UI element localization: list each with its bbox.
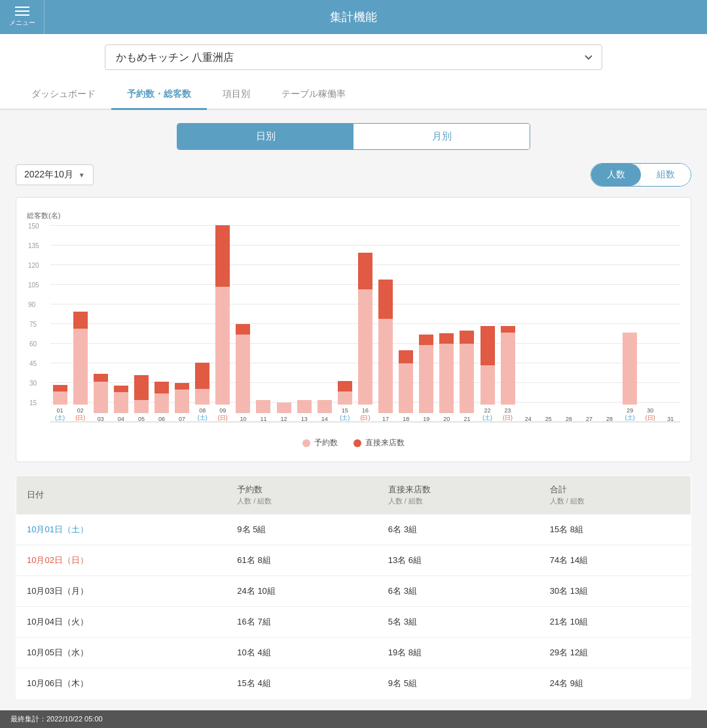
menu-button[interactable]: メニュー xyxy=(0,0,45,34)
cell-reservation: 16名 7組 xyxy=(227,607,377,638)
col-direct: 直接来店数 人数 / 組数 xyxy=(378,476,539,515)
bar-direct xyxy=(195,363,209,389)
bar-reservation xyxy=(236,335,250,413)
cell-reservation: 15名 4組 xyxy=(227,668,377,699)
table-row: 10月03日（月） 24名 10組 6名 3組 30名 13組 xyxy=(16,576,691,607)
cell-date: 10月02日（日） xyxy=(16,545,227,576)
bar-group: 17 xyxy=(376,280,395,422)
bar-direct xyxy=(419,335,433,345)
bar-reservation xyxy=(501,333,515,405)
monthly-toggle-button[interactable]: 月別 xyxy=(354,124,530,149)
bar-stack xyxy=(358,253,372,405)
bar-reservation xyxy=(460,344,474,413)
cell-date: 10月04日（火） xyxy=(16,607,227,638)
bar-day-label: 23 xyxy=(505,407,511,414)
cell-direct: 19名 8組 xyxy=(378,638,539,668)
footer: 最終集計：2022/10/22 05:00 xyxy=(0,710,707,712)
bar-stack xyxy=(134,375,149,413)
bar-dow-label: (日) xyxy=(645,414,655,422)
chart-container: 総客数(名) 150 135 120 105 90 75 60 45 30 15… xyxy=(16,197,691,462)
group-count-button[interactable]: 組数 xyxy=(641,164,691,186)
cell-reservation: 61名 8組 xyxy=(227,545,377,576)
bar-day-label: 11 xyxy=(260,416,266,422)
bar-day-label: 02 xyxy=(77,407,84,414)
tab-dashboard[interactable]: ダッシュボード xyxy=(16,81,111,110)
bar-direct xyxy=(94,374,108,382)
bar-direct xyxy=(134,375,149,400)
bar-group: 29(土) xyxy=(621,333,640,422)
bar-group: 18 xyxy=(397,350,416,422)
cell-date: 10月01日（土） xyxy=(16,515,227,545)
bar-direct xyxy=(501,326,515,333)
tab-reservations[interactable]: 予約数・総客数 xyxy=(111,81,207,110)
bar-group: 31 xyxy=(661,413,680,422)
bar-group: 22(土) xyxy=(478,326,497,422)
bar-direct xyxy=(175,383,189,390)
bar-direct xyxy=(338,381,352,391)
data-table: 日付 予約数 人数 / 組数 直接来店数 人数 / 組数 合計 人数 / 組数 … xyxy=(16,475,691,699)
bar-group: 11 xyxy=(254,400,273,422)
date-label: 10月01日（土） xyxy=(27,524,88,534)
bar-dow-label: (日) xyxy=(503,414,513,422)
bar-day-label: 09 xyxy=(219,407,226,414)
bar-group: 16(日) xyxy=(355,253,374,422)
bar-group: 23(日) xyxy=(498,326,517,422)
bar-reservation xyxy=(317,400,332,413)
table-row: 10月05日（水） 10名 4組 19名 8組 29名 12組 xyxy=(16,638,691,668)
bar-day-label: 05 xyxy=(138,416,145,422)
bar-reservation xyxy=(419,345,433,413)
bar-group: 03 xyxy=(91,374,110,422)
bar-group: 06 xyxy=(152,382,171,422)
date-label: 10月04日（火） xyxy=(27,617,88,627)
legend-reservation: 予約数 xyxy=(302,437,338,448)
bar-group: 10 xyxy=(234,324,253,422)
chart-y-label: 総客数(名) xyxy=(27,211,680,221)
menu-icon-bar1 xyxy=(15,7,29,8)
menu-icon-bar3 xyxy=(15,14,29,16)
bar-day-label: 16 xyxy=(362,407,369,414)
bar-direct xyxy=(439,333,454,344)
bar-stack xyxy=(277,403,291,413)
bar-day-label: 12 xyxy=(281,416,287,422)
cell-date: 10月05日（水） xyxy=(16,638,227,668)
bar-day-label: 01 xyxy=(57,407,63,414)
bar-day-label: 19 xyxy=(423,416,429,422)
bar-stack xyxy=(378,280,393,413)
date-label: 10月06日（木） xyxy=(27,678,88,688)
bar-direct xyxy=(114,386,128,392)
table-row: 10月01日（土） 9名 5組 6名 3組 15名 8組 xyxy=(16,515,691,545)
menu-icon-bar2 xyxy=(15,10,29,12)
bar-dow-label: (土) xyxy=(625,414,635,422)
bar-day-label: 13 xyxy=(301,416,308,422)
bar-reservation xyxy=(256,400,270,413)
date-label: 10月05日（水） xyxy=(27,647,88,657)
table-header-row: 日付 予約数 人数 / 組数 直接来店数 人数 / 組数 合計 人数 / 組数 xyxy=(16,476,691,515)
month-selector[interactable]: 2022年10月 ▼ xyxy=(16,164,94,185)
bar-day-label: 27 xyxy=(586,416,592,422)
tab-table-utilization[interactable]: テーブル稼働率 xyxy=(266,81,361,110)
bar-reservation xyxy=(154,393,169,413)
table-row: 10月06日（木） 15名 4組 9名 5組 24名 9組 xyxy=(16,668,691,699)
bar-group: 04 xyxy=(111,386,130,422)
bar-dow-label: (土) xyxy=(340,414,350,422)
store-selector[interactable]: かもめキッチン 八重洲店 xyxy=(105,45,602,70)
bar-stack xyxy=(480,326,495,405)
bar-day-label: 31 xyxy=(667,416,674,422)
cell-total: 29名 12組 xyxy=(539,638,691,668)
people-count-button[interactable]: 人数 xyxy=(591,164,641,186)
bar-dow-label: (日) xyxy=(360,414,370,422)
bar-dow-label: (日) xyxy=(218,414,228,422)
bar-direct xyxy=(215,225,230,287)
bar-direct xyxy=(378,280,393,319)
bar-day-label: 07 xyxy=(179,416,185,422)
legend-reservation-dot xyxy=(302,439,310,447)
bar-dow-label: (土) xyxy=(198,414,208,422)
bar-day-label: 28 xyxy=(606,416,613,422)
daily-toggle-button[interactable]: 日別 xyxy=(177,124,354,149)
bar-day-label: 03 xyxy=(98,416,104,422)
cell-direct: 9名 5組 xyxy=(378,668,539,699)
cell-reservation: 9名 5組 xyxy=(227,515,377,545)
tab-items[interactable]: 項目別 xyxy=(207,81,266,110)
month-value: 2022年10月 xyxy=(24,169,73,181)
table-row: 10月02日（日） 61名 8組 13名 6組 74名 14組 xyxy=(16,545,691,576)
